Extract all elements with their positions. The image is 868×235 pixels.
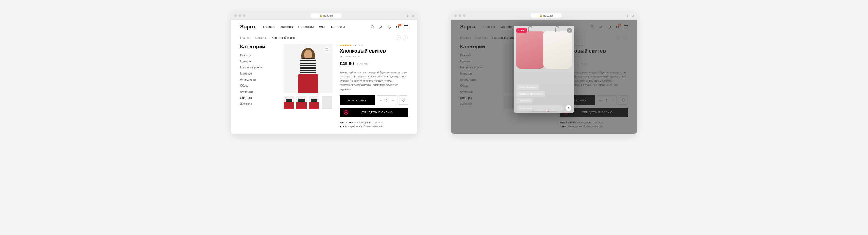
product-old-price: £79.90 bbox=[357, 62, 368, 66]
thumbnail[interactable] bbox=[322, 96, 332, 109]
powered-by-text: Мы используем ● eyezon bbox=[532, 110, 556, 112]
svg-rect-8 bbox=[568, 107, 569, 108]
breadcrumb-current: Хлопковый свитер bbox=[272, 36, 297, 40]
lock-icon: 🔒 bbox=[539, 14, 542, 17]
minimize-window-icon[interactable] bbox=[459, 14, 461, 17]
lock-icon: 🔒 bbox=[319, 14, 322, 17]
breadcrumb-item[interactable]: Главная bbox=[240, 36, 251, 40]
url-text: avito.ru bbox=[544, 14, 553, 17]
close-window-icon[interactable] bbox=[454, 14, 457, 17]
minimize-window-icon[interactable] bbox=[239, 14, 241, 17]
chat-messages: Очень красивые! Довольно прикольные Прик… bbox=[517, 84, 571, 103]
product-price: £49.90 bbox=[340, 61, 354, 67]
chat-message: Прикольно bbox=[517, 98, 533, 103]
category-item-active[interactable]: Свитеры bbox=[240, 96, 275, 100]
nav-contacts[interactable]: Контакты bbox=[331, 25, 345, 29]
category-item[interactable]: Женское bbox=[240, 102, 275, 106]
breadcrumb-item[interactable]: Свитеры bbox=[255, 36, 267, 40]
sweater-white bbox=[543, 31, 572, 69]
cart-badge: 1 bbox=[398, 24, 401, 26]
logo[interactable]: Supro. bbox=[240, 24, 256, 30]
product-description: Трудно найти человека, который будет утв… bbox=[340, 71, 408, 92]
site-header: Supro. Главная Магазин Коллекции Блог Ко… bbox=[240, 24, 408, 30]
tabs-icon[interactable]: ⧉ bbox=[631, 14, 633, 18]
review-count[interactable]: 1 Отзыв bbox=[353, 44, 363, 47]
live-icon bbox=[344, 110, 348, 114]
next-product-button[interactable]: › bbox=[403, 35, 408, 40]
live-stream-modal: LIVE Очень красивые! Довольно прикольные… bbox=[514, 26, 574, 112]
add-to-cart-button[interactable]: В КОРЗИНУ bbox=[340, 96, 375, 105]
maximize-window-icon[interactable] bbox=[243, 14, 246, 17]
category-item[interactable]: Одежда bbox=[240, 60, 275, 63]
quantity-value: 1 bbox=[384, 99, 390, 102]
see-live-button[interactable]: УВИДЕТЬ ВЖИВУЮ bbox=[340, 108, 408, 117]
share-icon[interactable]: ⇪ bbox=[406, 14, 409, 18]
chrome-right-icons: ⇪ ⧉ bbox=[406, 14, 414, 18]
category-item[interactable]: Аксессуары bbox=[240, 78, 275, 81]
sweater-pink bbox=[516, 31, 545, 69]
browser-window-left: 🔒 avito.ru ⇪ ⧉ Supro. Главная Магазин Ко… bbox=[231, 11, 416, 134]
browser-chrome: 🔒 avito.ru ⇪ ⧉ bbox=[452, 11, 637, 20]
main-nav: Главная Магазин Коллекции Блог Контакты bbox=[263, 25, 345, 29]
traffic-lights bbox=[454, 14, 466, 17]
nav-shop[interactable]: Магазин bbox=[280, 25, 292, 29]
category-item[interactable]: Футболки bbox=[240, 90, 275, 94]
chat-input[interactable]: Сообщение… bbox=[517, 105, 564, 111]
url-text: avito.ru bbox=[323, 14, 333, 17]
category-item[interactable]: Рюкзаки bbox=[240, 54, 275, 57]
svg-point-2 bbox=[380, 26, 381, 27]
browser-window-right: 🔒 avito.ru ⇪ ⧉ Supro. Главная Магазин Ко… bbox=[452, 11, 637, 134]
product-title: Хлопковый свитер bbox=[340, 48, 408, 54]
product-categories: КАТЕГОРИИ: Аксессуары, Свитеры bbox=[340, 121, 408, 124]
browser-chrome: 🔒 avito.ru ⇪ ⧉ bbox=[231, 11, 416, 20]
product-thumbnails bbox=[283, 96, 333, 109]
close-modal-button[interactable] bbox=[567, 28, 572, 33]
close-window-icon[interactable] bbox=[235, 14, 237, 17]
category-sidebar: Категории Рюкзаки Одежда Головные уборы … bbox=[240, 44, 275, 128]
svg-line-1 bbox=[373, 27, 374, 28]
svg-point-0 bbox=[371, 25, 373, 28]
category-item[interactable]: Головные уборы bbox=[240, 66, 275, 69]
quantity-decrease-button[interactable]: − bbox=[377, 96, 384, 105]
product-sku: SKU: AB123456787 bbox=[340, 55, 408, 58]
quantity-increase-button[interactable]: + bbox=[390, 96, 397, 105]
thumbnail[interactable] bbox=[283, 96, 294, 109]
maximize-window-icon[interactable] bbox=[463, 14, 466, 17]
prev-product-button[interactable]: ‹ bbox=[396, 35, 401, 40]
search-icon[interactable] bbox=[370, 25, 374, 29]
account-icon[interactable] bbox=[378, 25, 383, 29]
nav-collections[interactable]: Коллекции bbox=[298, 25, 314, 29]
category-item[interactable]: Обувь bbox=[240, 84, 275, 87]
favorite-button[interactable] bbox=[399, 96, 408, 105]
wishlist-icon[interactable] bbox=[387, 25, 391, 29]
menu-icon[interactable] bbox=[404, 25, 408, 29]
address-bar[interactable]: 🔒 avito.ru bbox=[531, 14, 562, 18]
chat-message: Очень красивые! bbox=[517, 84, 539, 90]
live-badge: LIVE bbox=[517, 28, 527, 33]
product-tags: ТЭГИ: Одежда, Футболка, Женское bbox=[340, 125, 408, 128]
address-bar[interactable]: 🔒 avito.ru bbox=[311, 14, 342, 18]
tabs-icon[interactable]: ⧉ bbox=[412, 14, 414, 18]
product-main-image[interactable] bbox=[283, 44, 333, 93]
chat-message: Довольно прикольные bbox=[517, 91, 545, 97]
microphone-button[interactable] bbox=[566, 105, 571, 111]
cart-icon[interactable]: 1 bbox=[395, 25, 400, 29]
sidebar-title: Категории bbox=[240, 44, 275, 50]
breadcrumb: Главная · Свитеры · Хлопковый свитер bbox=[240, 36, 297, 40]
share-icon[interactable]: ⇪ bbox=[626, 14, 629, 18]
category-item[interactable]: Мужское bbox=[240, 72, 275, 75]
nav-home[interactable]: Главная bbox=[263, 25, 275, 29]
chrome-right-icons: ⇪ ⧉ bbox=[626, 14, 633, 18]
quantity-stepper: − 1 + bbox=[377, 96, 397, 105]
rating-stars-icon: ★★★★★ bbox=[340, 44, 351, 47]
thumbnail[interactable] bbox=[296, 96, 307, 109]
nav-blog[interactable]: Блог bbox=[319, 25, 326, 29]
thumbnail[interactable] bbox=[309, 96, 319, 109]
expand-image-icon[interactable] bbox=[324, 47, 330, 53]
traffic-lights bbox=[235, 14, 246, 17]
